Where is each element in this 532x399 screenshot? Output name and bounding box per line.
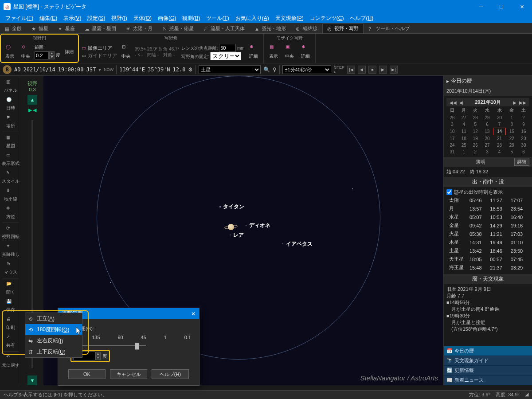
ribbon-tabs: ▦全般★恒星✦星座☁星雲・星団☀太陽・月♄惑星・衛星☄流星・人工天体▲昼光・地形… xyxy=(0,23,532,34)
dialog-close-button[interactable]: ✕ xyxy=(191,311,196,317)
minimize-button[interactable]: ─ xyxy=(471,0,491,13)
show-planet-times-checkbox[interactable]: 惑星の出没時刻を表示 xyxy=(446,189,529,196)
moon-iapetus[interactable] xyxy=(282,243,283,244)
statusbar: ヘルプを表示するには [F1] を押してください。 方位: 3.9° 高度: 3… xyxy=(0,390,532,399)
search-options-icon[interactable]: ⚲ xyxy=(273,66,277,73)
moon-rhea[interactable] xyxy=(230,235,231,235)
close-button[interactable]: ✕ xyxy=(512,0,532,13)
menu-ファイル[interactable]: ファイル(F) xyxy=(3,14,36,23)
left-tool-光跡残し[interactable]: ✦光跡残し xyxy=(1,242,20,259)
left-tool-開く[interactable]: 📂開く xyxy=(1,279,20,297)
group-shoot-angle: 写野角 ▭ 撮像エリア ▭ ガイドエリア ⊡中央 39.5× 26.9° 対角 … xyxy=(79,34,264,63)
maximize-button[interactable]: ☐ xyxy=(491,0,512,13)
rotation-menu-item-3[interactable]: ⇵上下反転(U) xyxy=(25,346,82,357)
play-button[interactable]: ▶ xyxy=(379,66,387,74)
info-panel-2[interactable]: 🔄更新情報 xyxy=(444,366,532,376)
menu-ヘルプ[interactable]: ヘルプ(H) xyxy=(347,14,376,23)
mosaic-detail-button[interactable]: ✱詳細 xyxy=(298,43,313,61)
left-tool-マウス[interactable]: 🖱マウス xyxy=(1,259,20,277)
fov-dialog-spinner[interactable]: ▲▼ xyxy=(95,352,101,360)
cal-next-year[interactable]: ▶▶ xyxy=(518,100,528,105)
tab-9[interactable]: ◎視野・写野 xyxy=(322,23,364,33)
tab-10[interactable]: ?ツール・ヘルプ xyxy=(364,23,415,33)
mosaic-show-button[interactable]: ▦表示 xyxy=(266,43,281,61)
rewind-button[interactable]: |◀ xyxy=(347,66,355,74)
menu-観測[interactable]: 観測(B) xyxy=(180,14,203,23)
left-tool-表示形式[interactable]: ▭表示形式 xyxy=(1,151,20,168)
left-tool-視野回転[interactable]: ⟳視野回転 xyxy=(1,224,20,242)
left-tool-星図[interactable]: ▦星図 xyxy=(1,133,20,151)
right-panel: ▸今日の暦 2021年10月14日(木) ◀◀◀ 2021年10月 ▶▶▶ 日月… xyxy=(443,76,532,385)
left-tool-元に戻す[interactable]: ↶元に戻す xyxy=(1,352,20,370)
stop-button[interactable]: ■ xyxy=(368,66,376,74)
shoot-detail-button[interactable]: ✱詳細 xyxy=(246,43,261,61)
cal-prev-year[interactable]: ◀◀ xyxy=(448,100,458,105)
tab-5[interactable]: ♄惑星・衛星 xyxy=(157,23,199,33)
tab-7[interactable]: ▲昼光・地形 xyxy=(250,23,291,33)
cal-prev-month[interactable]: ◀ xyxy=(458,100,464,105)
menu-ツール[interactable]: ツール(T) xyxy=(203,14,231,23)
dialog-cancel-button[interactable]: キャンセル xyxy=(110,369,147,379)
search-icon[interactable]: 🔍 xyxy=(263,66,270,73)
tab-1[interactable]: ★恒星 xyxy=(27,23,53,33)
tab-4[interactable]: ☀太陽・月 xyxy=(121,23,157,33)
tab-0[interactable]: ▦全般 xyxy=(0,23,27,33)
cal-next-month[interactable]: ▶ xyxy=(512,100,518,105)
left-tool-スタイル[interactable]: ✎スタイル xyxy=(1,168,20,186)
menu-編集[interactable]: 編集(E) xyxy=(37,14,60,23)
shoot-center-button[interactable]: ⊡中央 xyxy=(119,43,133,61)
menu-天体[interactable]: 天体(O) xyxy=(131,14,154,23)
fix-mode-select[interactable]: スクリーン xyxy=(210,52,241,60)
fast-forward-button[interactable]: ▶| xyxy=(390,66,398,74)
menu-設定[interactable]: 設定(S) xyxy=(85,14,108,23)
tab-8[interactable]: ⊕経緯線 xyxy=(291,23,322,33)
menu-お気に入り[interactable]: お気に入り(A) xyxy=(233,14,272,23)
saturn-planet[interactable] xyxy=(224,224,238,230)
left-tool-場所[interactable]: ⚑場所 xyxy=(1,113,20,131)
rotation-menu-item-1[interactable]: ⟲180度回転(O) xyxy=(25,324,82,335)
zoom-out-button[interactable]: ▼ xyxy=(27,376,37,385)
datetime-bar: 8 AD 2021/10/14 19:00:00 JST ▾ NOW 139°4… xyxy=(0,63,532,76)
resize-grip[interactable]: ◢ xyxy=(525,391,528,398)
speed-select[interactable]: ±1分40秒/秒 xyxy=(282,65,331,74)
dialog-help-button[interactable]: ヘルプ(H) xyxy=(152,369,189,379)
guide-area-toggle[interactable]: ▭ ガイドエリア xyxy=(82,52,117,59)
rotation-menu-item-0[interactable]: ⎋正立(A) xyxy=(25,313,82,324)
era-icon[interactable]: 8 xyxy=(3,65,12,74)
step-button[interactable]: STEP▸ xyxy=(334,65,344,74)
info-panel-3[interactable]: 📰新着ニュース xyxy=(444,376,532,385)
left-tool-パネル[interactable]: ▥パネル xyxy=(1,78,20,95)
tab-6[interactable]: ☄流星・人工天体 xyxy=(199,23,250,33)
location-icon[interactable]: ⚙ xyxy=(188,66,193,73)
zoom-in-button[interactable]: ▲ xyxy=(27,95,37,105)
fov-show-button[interactable]: ◯表示 xyxy=(3,43,17,61)
fov-center-button[interactable]: ⊙中央 xyxy=(19,43,33,61)
twilight-detail-button[interactable]: 詳細 xyxy=(514,158,529,166)
dialog-ok-button[interactable]: OK xyxy=(68,369,106,379)
left-tool-方位[interactable]: ✥方位 xyxy=(1,204,20,222)
menu-天文現象[interactable]: 天文現象(P) xyxy=(273,14,306,23)
tab-3[interactable]: ☁星雲・星団 xyxy=(80,23,121,33)
menu-表示[interactable]: 表示(V) xyxy=(61,14,84,23)
fov-range-spinner[interactable]: ▲▼ xyxy=(49,51,55,59)
moon-dione[interactable] xyxy=(246,225,246,226)
left-tool-地平線[interactable]: ⬇地平線 xyxy=(1,186,20,204)
fov-range-input[interactable] xyxy=(35,51,49,59)
focal-length-input[interactable] xyxy=(219,44,236,52)
info-panel-1[interactable]: 🔭天文現象ガイド xyxy=(444,356,532,366)
info-panel-0[interactable]: 📅今日の暦 xyxy=(444,346,532,356)
fov-detail-button[interactable]: 詳細 xyxy=(62,47,76,57)
left-tool-日時[interactable]: 🕐日時 xyxy=(1,95,20,113)
step-back-button[interactable]: ◀ xyxy=(358,66,366,74)
menu-コンテンツ[interactable]: コンテンツ(C) xyxy=(307,14,347,23)
tab-2[interactable]: ✦星座 xyxy=(53,23,80,33)
menu-画像[interactable]: 画像(G) xyxy=(155,14,179,23)
ribbon: 視野円 ◯表示 ⊙中央 範囲: ▲▼ 度 詳細 写野角 ▭ 撮像エリア ▭ ガイ… xyxy=(0,34,532,63)
mosaic-center-button[interactable]: ▣中央 xyxy=(282,43,297,61)
imaging-area-toggle[interactable]: ▭ 撮像エリア xyxy=(82,45,117,51)
target-select[interactable]: 土星 xyxy=(199,65,261,74)
now-button[interactable]: NOW xyxy=(104,67,113,72)
menu-視野[interactable]: 視野(I) xyxy=(109,14,129,23)
rotation-menu-item-2[interactable]: ⇋左右反転(I) xyxy=(25,335,82,346)
moon-titan[interactable] xyxy=(219,206,221,207)
